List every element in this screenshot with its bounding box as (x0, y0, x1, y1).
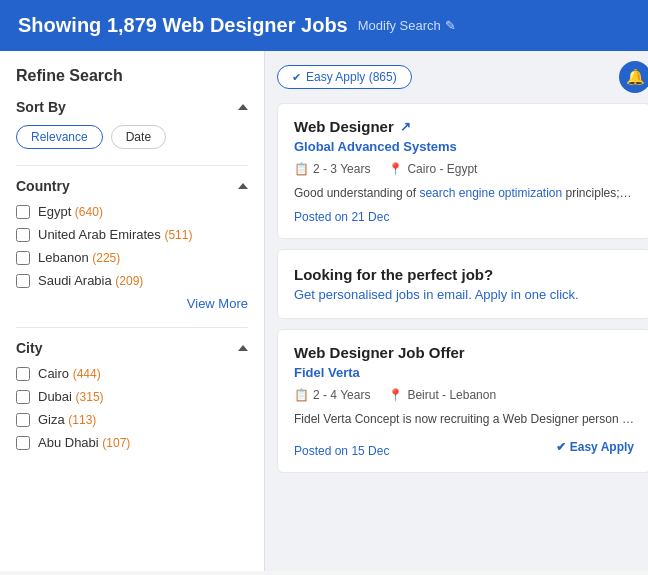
sort-label: Sort By (16, 99, 66, 115)
city-label: City (16, 340, 42, 356)
country-item-uae: United Arab Emirates (511) (16, 227, 248, 242)
job-title-1: Web Designer ↗ (294, 118, 634, 135)
job-desc-1: Good understanding of search engine opti… (294, 184, 634, 202)
location-meta-2: 📍 Beirut - Lebanon (388, 388, 496, 402)
promo-desc: Get personalised jobs in email. Apply in… (294, 287, 634, 302)
sort-buttons: Relevance Date (16, 125, 248, 149)
experience-meta-1: 📋 2 - 3 Years (294, 162, 370, 176)
city-checkbox-dubai[interactable] (16, 390, 30, 404)
country-checkbox-egypt[interactable] (16, 205, 30, 219)
briefcase-icon-1: 📋 (294, 162, 309, 176)
sidebar-title: Refine Search (16, 67, 248, 85)
city-item-cairo: Cairo (444) (16, 366, 248, 381)
country-section-header: Country (16, 178, 248, 194)
country-checkbox-lebanon[interactable] (16, 251, 30, 265)
modify-search-link[interactable]: Modify Search ✎ (358, 18, 456, 33)
job-card-1: Web Designer ↗ Global Advanced Systems 📋… (277, 103, 648, 239)
location-meta-1: 📍 Cairo - Egypt (388, 162, 477, 176)
country-item-lebanon: Lebanon (225) (16, 250, 248, 265)
country-checkbox-uae[interactable] (16, 228, 30, 242)
city-checkbox-giza[interactable] (16, 413, 30, 427)
posted-date-2: Posted on 15 Dec (294, 444, 389, 458)
posted-date-1: Posted on 21 Dec (294, 210, 634, 224)
job-meta-1: 📋 2 - 3 Years 📍 Cairo - Egypt (294, 162, 634, 176)
check-icon: ✔ (292, 71, 301, 84)
city-item-dubai: Dubai (315) (16, 389, 248, 404)
city-item-giza: Giza (113) (16, 412, 248, 427)
sidebar: Refine Search Sort By Relevance Date Cou… (0, 51, 265, 571)
country-section: Country Egypt (640) United Arab Emirates… (16, 178, 248, 311)
bell-icon: 🔔 (626, 68, 645, 86)
country-item-saudi: Saudi Arabia (209) (16, 273, 248, 288)
pencil-icon: ✎ (445, 18, 456, 33)
city-checkbox-cairo[interactable] (16, 367, 30, 381)
job-card-2: Web Designer Job Offer Fidel Verta 📋 2 -… (277, 329, 648, 473)
divider-2 (16, 327, 248, 328)
city-section-header: City (16, 340, 248, 356)
city-chevron-icon (238, 345, 248, 351)
city-section: City Cairo (444) Dubai (315) Giza (113) … (16, 340, 248, 450)
company-name-1: Global Advanced Systems (294, 139, 634, 154)
briefcase-icon-2: 📋 (294, 388, 309, 402)
page-title: Showing 1,879 Web Designer Jobs (18, 14, 348, 37)
city-checkbox-abudhabi[interactable] (16, 436, 30, 450)
sort-section-header: Sort By (16, 99, 248, 115)
divider-1 (16, 165, 248, 166)
job-meta-2: 📋 2 - 4 Years 📍 Beirut - Lebanon (294, 388, 634, 402)
check-icon-2: ✔ (556, 440, 566, 454)
country-item-egypt: Egypt (640) (16, 204, 248, 219)
filter-bar: ✔ Easy Apply (865) 🔔 (277, 61, 648, 93)
country-label: Country (16, 178, 70, 194)
job-title-2: Web Designer Job Offer (294, 344, 634, 361)
city-item-abudhabi: Abu Dhabi (107) (16, 435, 248, 450)
country-chevron-icon (238, 183, 248, 189)
experience-meta-2: 📋 2 - 4 Years (294, 388, 370, 402)
sort-date-button[interactable]: Date (111, 125, 166, 149)
header: Showing 1,879 Web Designer Jobs Modify S… (0, 0, 648, 51)
easy-apply-tag-2: ✔ Easy Apply (556, 440, 634, 454)
sort-chevron-icon (238, 104, 248, 110)
company-name-2: Fidel Verta (294, 365, 634, 380)
promo-title: Looking for the perfect job? (294, 266, 634, 283)
country-checkbox-saudi[interactable] (16, 274, 30, 288)
location-icon-2: 📍 (388, 388, 403, 402)
notification-bell-button[interactable]: 🔔 (619, 61, 648, 93)
external-link-icon-1: ↗ (400, 119, 411, 134)
country-view-more-link[interactable]: View More (16, 296, 248, 311)
location-icon-1: 📍 (388, 162, 403, 176)
sort-relevance-button[interactable]: Relevance (16, 125, 103, 149)
promo-card: Looking for the perfect job? Get persona… (277, 249, 648, 319)
jobs-panel: ✔ Easy Apply (865) 🔔 Web Designer ↗ Glob… (265, 51, 648, 493)
main-layout: Refine Search Sort By Relevance Date Cou… (0, 51, 648, 571)
job-desc-2: Fidel Verta Concept is now recruiting a … (294, 410, 634, 428)
sort-section: Sort By Relevance Date (16, 99, 248, 149)
easy-apply-filter-button[interactable]: ✔ Easy Apply (865) (277, 65, 412, 89)
